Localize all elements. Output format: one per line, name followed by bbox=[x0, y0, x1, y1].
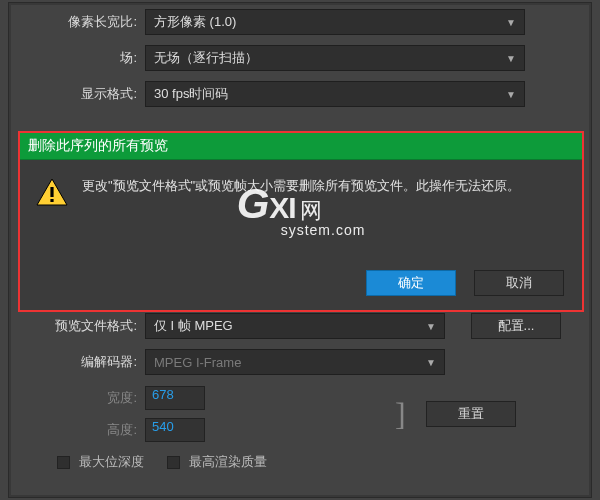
row-codec: 编解码器: MPEG I-Frame ▼ bbox=[27, 349, 573, 375]
dialog-button-row: 确定 取消 bbox=[20, 270, 582, 310]
pixel-aspect-label: 像素长宽比: bbox=[27, 13, 137, 31]
display-format-label: 显示格式: bbox=[27, 85, 137, 103]
row-height: 高度: 540 bbox=[27, 418, 205, 442]
svg-rect-2 bbox=[50, 199, 53, 202]
caret-icon: ▼ bbox=[426, 357, 436, 368]
settings-panel: 像素长宽比: 方形像素 (1.0) ▼ 场: 无场（逐行扫描） ▼ 显示格式: … bbox=[8, 2, 592, 498]
caret-icon: ▼ bbox=[506, 17, 516, 28]
max-bit-depth-checkbox[interactable] bbox=[57, 456, 70, 469]
caret-icon: ▼ bbox=[506, 89, 516, 100]
max-render-quality-checkbox[interactable] bbox=[167, 456, 180, 469]
warning-icon bbox=[36, 178, 68, 206]
dialog-body: 更改"预览文件格式"或预览帧大小需要删除所有预览文件。此操作无法还原。 GXI网… bbox=[20, 160, 582, 270]
display-format-dropdown[interactable]: 30 fps时间码 ▼ bbox=[145, 81, 525, 107]
cancel-button[interactable]: 取消 bbox=[474, 270, 564, 296]
pixel-aspect-dropdown[interactable]: 方形像素 (1.0) ▼ bbox=[145, 9, 525, 35]
upper-form: 像素长宽比: 方形像素 (1.0) ▼ 场: 无场（逐行扫描） ▼ 显示格式: … bbox=[9, 3, 591, 107]
pixel-aspect-value: 方形像素 (1.0) bbox=[154, 13, 236, 31]
ok-button[interactable]: 确定 bbox=[366, 270, 456, 296]
codec-label: 编解码器: bbox=[27, 353, 137, 371]
width-input[interactable]: 678 bbox=[145, 386, 205, 410]
preview-file-format-value: 仅 I 帧 MPEG bbox=[154, 317, 233, 335]
caret-icon: ▼ bbox=[506, 53, 516, 64]
display-format-value: 30 fps时间码 bbox=[154, 85, 228, 103]
fields-dropdown[interactable]: 无场（逐行扫描） ▼ bbox=[145, 45, 525, 71]
max-render-quality-label: 最高渲染质量 bbox=[189, 454, 267, 469]
row-preview-file-format: 预览文件格式: 仅 I 帧 MPEG ▼ 配置... bbox=[27, 313, 573, 339]
configure-button[interactable]: 配置... bbox=[471, 313, 561, 339]
preview-file-format-dropdown[interactable]: 仅 I 帧 MPEG ▼ bbox=[145, 313, 445, 339]
width-label: 宽度: bbox=[27, 389, 137, 407]
confirm-dialog: 删除此序列的所有预览 更改"预览文件格式"或预览帧大小需要删除所有预览文件。此操… bbox=[18, 131, 584, 312]
caret-icon: ▼ bbox=[426, 321, 436, 332]
dialog-message: 更改"预览文件格式"或预览帧大小需要删除所有预览文件。此操作无法还原。 bbox=[82, 176, 566, 260]
codec-dropdown: MPEG I-Frame ▼ bbox=[145, 349, 445, 375]
height-input[interactable]: 540 bbox=[145, 418, 205, 442]
fields-value: 无场（逐行扫描） bbox=[154, 49, 258, 67]
row-display-format: 显示格式: 30 fps时间码 ▼ bbox=[27, 81, 573, 107]
height-label: 高度: bbox=[27, 421, 137, 439]
dimension-group: 宽度: 678 高度: 540 ] 重置 bbox=[27, 385, 573, 443]
reset-button[interactable]: 重置 bbox=[426, 401, 516, 427]
fields-label: 场: bbox=[27, 49, 137, 67]
dialog-title: 删除此序列的所有预览 bbox=[20, 133, 582, 160]
row-width: 宽度: 678 bbox=[27, 386, 205, 410]
row-fields: 场: 无场（逐行扫描） ▼ bbox=[27, 45, 573, 71]
svg-rect-1 bbox=[50, 187, 53, 197]
row-pixel-aspect: 像素长宽比: 方形像素 (1.0) ▼ bbox=[27, 9, 573, 35]
checkbox-row: 最大位深度 最高渲染质量 bbox=[57, 453, 573, 471]
link-bracket-icon: ] bbox=[395, 385, 406, 443]
max-bit-depth-label: 最大位深度 bbox=[79, 454, 144, 469]
codec-value: MPEG I-Frame bbox=[154, 355, 241, 370]
preview-file-format-label: 预览文件格式: bbox=[27, 317, 137, 335]
